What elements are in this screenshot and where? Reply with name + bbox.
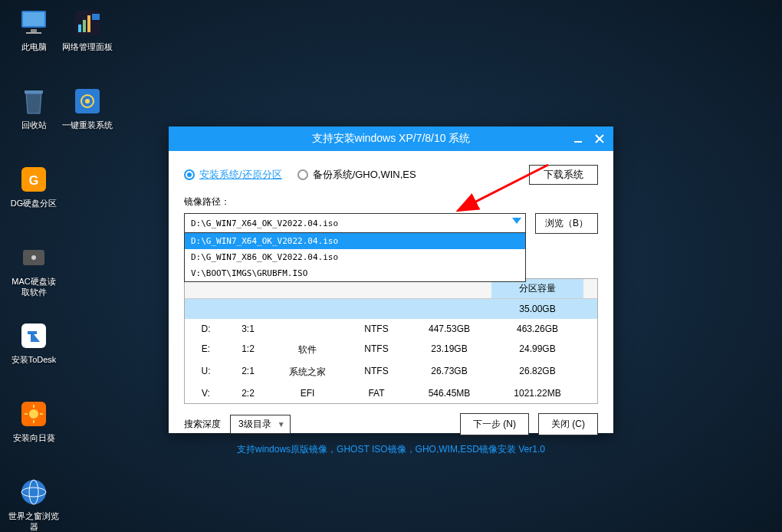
hdd-icon xyxy=(18,242,49,273)
trash-icon xyxy=(18,86,49,117)
dropdown-item[interactable]: D:\G_WIN7_X64_OK_V2022.04.iso xyxy=(185,233,525,249)
table-row[interactable]: U: 2:1 系统之家 NTFS 26.73GB 26.82GB xyxy=(185,361,597,383)
search-depth-select[interactable]: 3级目录 xyxy=(230,415,291,434)
gear-box-icon xyxy=(72,86,103,117)
svg-point-19 xyxy=(29,409,38,419)
image-path-dropdown: D:\G_WIN7_X64_OK_V2022.04.iso D:\G_WIN7_… xyxy=(184,233,526,282)
window-title: 支持安装windows XP/7/8/10 系统 xyxy=(312,132,471,146)
radio-icon xyxy=(297,169,308,180)
svg-point-16 xyxy=(31,255,36,260)
browse-button[interactable]: 浏览（B） xyxy=(535,213,598,234)
desktop-icon-sunflower[interactable]: 安装向日葵 xyxy=(8,399,60,443)
footer-text: 支持windows原版镜像，GHOST ISO镜像，GHO,WIM,ESD镜像安… xyxy=(184,443,598,456)
table-row[interactable]: D: 3:1 NTFS 447.53GB 463.26GB xyxy=(185,319,597,339)
radio-label: 备份系统/GHO,WIN,ES xyxy=(313,168,416,182)
desktop-icon-label: 回收站 xyxy=(21,120,47,130)
globe-icon xyxy=(18,477,49,507)
desktop-icon-label: 安装ToDesk xyxy=(12,354,57,365)
close-button[interactable] xyxy=(592,131,607,146)
desktop-icon-label: 世界之窗浏览器 xyxy=(8,511,60,532)
desktop-icon-network-panel[interactable]: 网络管理面板 xyxy=(61,8,113,52)
sunflower-icon xyxy=(18,399,49,429)
svg-rect-6 xyxy=(83,20,86,32)
svg-rect-3 xyxy=(26,32,41,34)
titlebar[interactable]: 支持安装windows XP/7/8/10 系统 xyxy=(169,126,613,151)
desktop-icon-label: 此电脑 xyxy=(21,41,47,52)
installer-window: 支持安装windows XP/7/8/10 系统 安装系统/还原分区 备份系统/… xyxy=(169,126,613,433)
desktop-icon-label: MAC硬盘读取软件 xyxy=(8,276,60,297)
radio-install-restore[interactable]: 安装系统/还原分区 xyxy=(184,168,282,182)
search-depth-label: 搜索深度 xyxy=(184,418,221,431)
desktop-icon-browser[interactable]: 世界之窗浏览器 xyxy=(8,477,60,532)
svg-rect-9 xyxy=(25,90,43,94)
table-row[interactable]: V: 2:2 EFI FAT 546.45MB 1021.22MB xyxy=(185,383,597,403)
dropdown-item[interactable]: V:\BOOT\IMGS\GRUBFM.ISO xyxy=(185,265,525,281)
dropdown-item[interactable]: D:\G_WIN7_X86_OK_V2022.04.iso xyxy=(185,249,525,265)
desktop-icon-label: DG硬盘分区 xyxy=(11,198,58,209)
svg-rect-5 xyxy=(78,25,81,32)
desktop-icon-label: 一键重装系统 xyxy=(62,120,113,130)
svg-rect-1 xyxy=(23,12,44,26)
desktop-icon-todesk[interactable]: 安装ToDesk xyxy=(8,320,60,365)
desktop-icon-dg-partition[interactable]: G DG硬盘分区 xyxy=(8,164,60,209)
image-path-label: 镜像路径： xyxy=(184,195,598,209)
monitor-icon xyxy=(18,8,49,38)
download-system-button[interactable]: 下载系统 xyxy=(529,165,598,185)
desktop-icon-mac-disk[interactable]: MAC硬盘读取软件 xyxy=(8,242,60,297)
desktop-icon-label: 安装向日葵 xyxy=(13,432,55,443)
chart-icon xyxy=(72,8,103,38)
image-path-combo[interactable]: D:\G_WIN7_X64_OK_V2022.04.iso D:\G_WIN7_… xyxy=(184,213,526,234)
desktop-icon-label: 网络管理面板 xyxy=(62,41,113,52)
partition-table: 盘符 序号 卷标 格式 可用容量 分区容量 35.00GB D: 3:1 NTF… xyxy=(184,278,598,404)
svg-point-12 xyxy=(85,99,90,103)
svg-text:G: G xyxy=(29,174,38,187)
disk-tool-icon: G xyxy=(18,164,49,195)
radio-backup[interactable]: 备份系统/GHO,WIN,ES xyxy=(297,168,416,182)
next-button[interactable]: 下一步 (N) xyxy=(460,413,529,435)
table-row[interactable]: E: 1:2 软件 NTFS 23.19GB 24.99GB xyxy=(185,339,597,361)
todesk-icon xyxy=(18,320,49,351)
desktop-icon-recycle-bin[interactable]: 回收站 xyxy=(8,86,60,130)
svg-point-24 xyxy=(21,480,46,504)
svg-rect-2 xyxy=(31,29,37,32)
svg-rect-7 xyxy=(87,15,90,32)
desktop-icon-reinstall-system[interactable]: 一键重装系统 xyxy=(61,86,113,130)
close-action-button[interactable]: 关闭 (C) xyxy=(538,413,598,435)
desktop-icon-this-pc[interactable]: 此电脑 xyxy=(8,8,60,52)
image-path-input[interactable] xyxy=(184,213,526,233)
minimize-button[interactable] xyxy=(570,131,586,146)
radio-label: 安装系统/还原分区 xyxy=(199,168,282,182)
svg-rect-8 xyxy=(92,14,100,20)
radio-icon xyxy=(184,169,195,180)
dropdown-arrow-icon[interactable] xyxy=(512,218,521,224)
table-row[interactable]: 35.00GB xyxy=(185,299,597,319)
